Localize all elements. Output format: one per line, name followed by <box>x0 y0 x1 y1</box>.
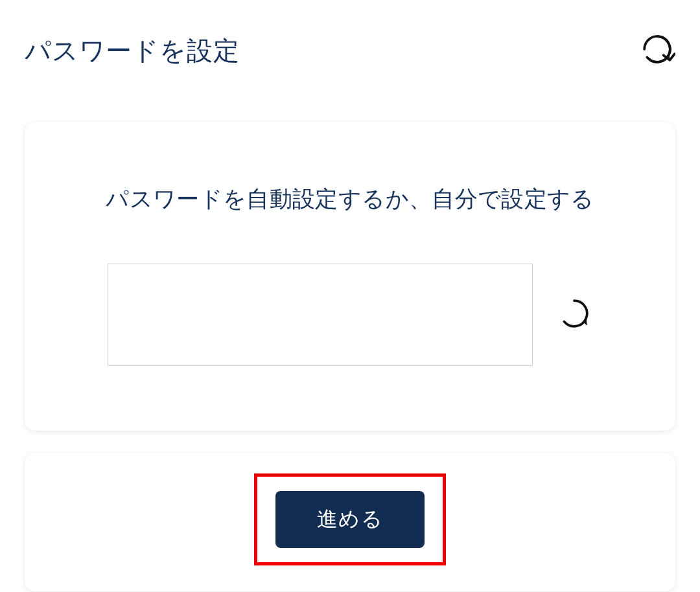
refresh-icon[interactable] <box>639 31 675 70</box>
password-input[interactable] <box>108 264 533 366</box>
regenerate-password-icon[interactable] <box>556 295 592 334</box>
highlight-box: 進める <box>254 473 447 565</box>
page-title: パスワードを設定 <box>25 33 239 69</box>
password-card: パスワードを自動設定するか、自分で設定する <box>25 122 675 431</box>
action-card: 進める <box>25 453 675 591</box>
proceed-button[interactable]: 進める <box>275 491 425 548</box>
instruction-text: パスワードを自動設定するか、自分で設定する <box>60 184 640 214</box>
